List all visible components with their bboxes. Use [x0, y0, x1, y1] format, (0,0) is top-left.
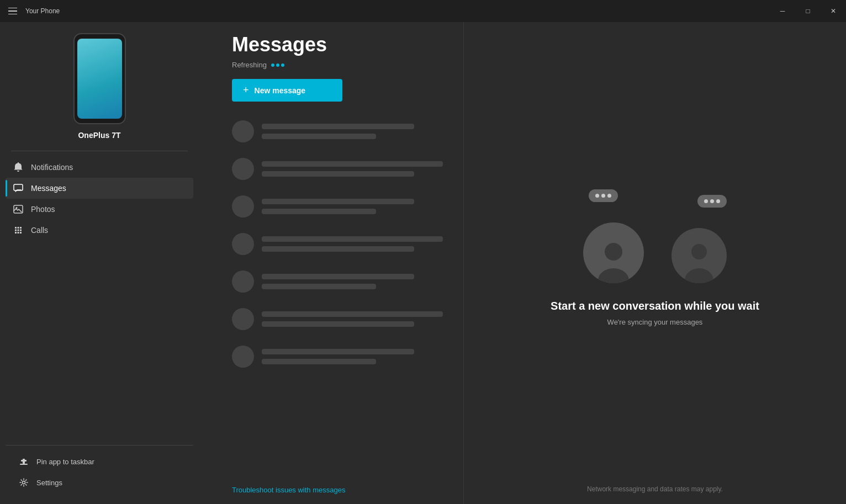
photos-icon: [13, 204, 23, 214]
maximize-icon: [806, 7, 810, 15]
svg-point-19: [685, 268, 713, 283]
list-item[interactable]: [232, 263, 452, 300]
phone-name: OnePlus 7T: [78, 131, 120, 140]
bell-icon: [13, 162, 23, 172]
svg-rect-10: [18, 232, 19, 234]
start-conversation-text: Start a new conversation while you wait: [551, 300, 759, 312]
minimize-icon: [780, 7, 785, 15]
calls-icon: [13, 225, 23, 235]
svg-rect-12: [20, 464, 28, 465]
list-item[interactable]: [232, 300, 452, 338]
text-line: [262, 171, 414, 177]
list-item[interactable]: [232, 338, 452, 375]
person-right: [671, 228, 727, 283]
avatar: [232, 308, 254, 330]
sidebar-item-pin[interactable]: Pin app to taskbar: [11, 451, 188, 472]
window-controls: [770, 0, 846, 22]
loading-dots: [271, 63, 284, 67]
list-item[interactable]: [232, 113, 452, 150]
dot-3: [281, 63, 284, 67]
sidebar-item-calls[interactable]: Calls: [6, 220, 193, 241]
text-line: [262, 161, 443, 167]
settings-label: Settings: [36, 479, 62, 487]
dot-1: [271, 63, 274, 67]
close-icon: [831, 7, 836, 15]
loading-list: [232, 113, 452, 478]
app-container: OnePlus 7T Notifications: [0, 22, 846, 504]
bubble-dot: [607, 194, 611, 198]
text-line: [262, 311, 443, 317]
pin-icon: [19, 457, 29, 466]
hamburger-menu[interactable]: [0, 0, 25, 22]
new-message-button[interactable]: + New message: [232, 79, 342, 102]
avatar: [232, 195, 254, 217]
bubble-dot: [601, 194, 605, 198]
text-lines: [262, 311, 452, 327]
svg-rect-3: [15, 227, 17, 229]
silhouette-left-icon: [594, 236, 633, 283]
close-button[interactable]: [821, 0, 846, 22]
text-lines: [262, 274, 452, 289]
text-lines: [262, 349, 452, 364]
person-circle-left: [583, 222, 644, 283]
sidebar-item-settings[interactable]: Settings: [11, 472, 188, 493]
maximize-button[interactable]: [795, 0, 821, 22]
calls-label: Calls: [31, 226, 48, 235]
sidebar-bottom: Pin app to taskbar Settings: [6, 445, 193, 504]
text-lines: [262, 199, 452, 214]
svg-rect-6: [15, 230, 17, 231]
sidebar: OnePlus 7T Notifications: [0, 22, 199, 504]
sidebar-item-notifications[interactable]: Notifications: [6, 157, 193, 178]
messages-panel: Messages Refreshing + New message: [199, 22, 464, 504]
text-line: [262, 124, 414, 129]
avatar: [232, 346, 254, 368]
svg-rect-11: [20, 232, 22, 234]
sidebar-item-messages[interactable]: Messages: [6, 178, 193, 199]
svg-rect-5: [20, 227, 22, 229]
messages-label: Messages: [31, 184, 66, 193]
new-message-label: New message: [255, 86, 306, 95]
svg-rect-7: [18, 230, 19, 231]
phone-notch: [94, 36, 105, 39]
network-note: Network messaging and data rates may app…: [587, 485, 723, 493]
list-item[interactable]: [232, 225, 452, 263]
app-title: Your Phone: [25, 7, 770, 15]
list-item[interactable]: [232, 150, 452, 188]
svg-point-17: [598, 268, 629, 283]
plus-icon: +: [243, 84, 249, 96]
text-line: [262, 359, 376, 364]
svg-rect-4: [18, 227, 19, 229]
text-line: [262, 209, 376, 214]
troubleshoot-link[interactable]: Troubleshoot issues with messages: [232, 478, 452, 504]
text-line: [262, 321, 414, 327]
bubble-dot: [710, 199, 714, 203]
phone-section: OnePlus 7T: [0, 33, 199, 151]
pin-label: Pin app to taskbar: [36, 458, 94, 466]
sidebar-item-photos[interactable]: Photos: [6, 199, 193, 220]
syncing-text: We're syncing your messages: [607, 318, 703, 326]
hamburger-icon: [8, 8, 17, 15]
text-lines: [262, 124, 452, 139]
text-lines: [262, 161, 452, 177]
refreshing-text: Refreshing: [232, 61, 267, 69]
messages-title: Messages: [232, 33, 452, 56]
person-circle-right: [671, 228, 727, 283]
avatar: [232, 270, 254, 293]
text-line: [262, 236, 443, 242]
phone-image: [73, 33, 126, 124]
minimize-button[interactable]: [770, 0, 795, 22]
dot-2: [276, 63, 279, 67]
speech-bubble-right: [697, 195, 727, 208]
text-line: [262, 134, 376, 139]
list-item[interactable]: [232, 188, 452, 225]
photos-label: Photos: [31, 205, 55, 214]
notifications-label: Notifications: [31, 163, 73, 172]
chat-illustration: [583, 184, 727, 283]
text-line: [262, 274, 414, 279]
text-line: [262, 349, 414, 354]
sidebar-divider: [11, 151, 188, 151]
avatar: [232, 158, 254, 180]
settings-icon: [19, 478, 29, 487]
bubble-dot: [716, 199, 720, 203]
avatar: [232, 233, 254, 255]
